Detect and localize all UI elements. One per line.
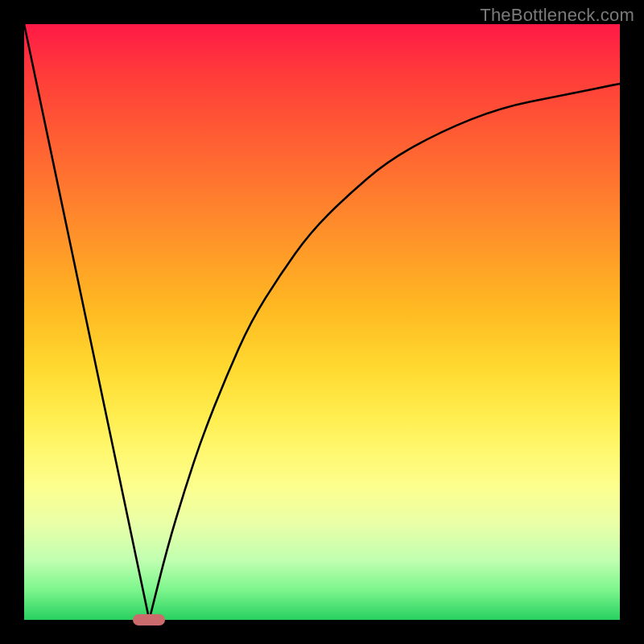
- chart-frame: TheBottleneck.com: [0, 0, 644, 644]
- watermark-text: TheBottleneck.com: [480, 5, 634, 26]
- curve-svg: [24, 24, 620, 620]
- bottleneck-marker: [133, 614, 165, 625]
- curve-left-descent: [24, 24, 149, 620]
- curve-right-ascent: [149, 84, 620, 620]
- plot-area: [24, 24, 620, 620]
